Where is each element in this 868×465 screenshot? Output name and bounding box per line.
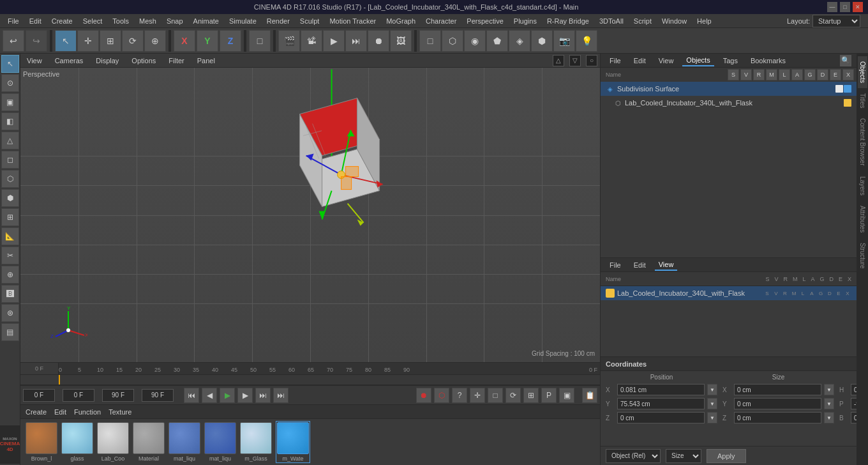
material-item-labcoo[interactable]: Lab_Coo bbox=[97, 422, 129, 462]
autokey-btn[interactable]: ? bbox=[452, 388, 467, 403]
left-btn-measure[interactable]: 📐 bbox=[1, 227, 19, 245]
prop-arrow-sizey[interactable]: ▼ bbox=[824, 398, 834, 409]
viewport-menu-panel[interactable]: Panel bbox=[193, 56, 219, 66]
prop-arrow-posz[interactable]: ▼ bbox=[707, 412, 717, 423]
transform-tool[interactable]: ⊕ bbox=[144, 30, 166, 52]
left-btn-object2[interactable]: ⬡ bbox=[1, 170, 19, 188]
left-btn-point[interactable]: ◻ bbox=[1, 151, 19, 169]
start-frame-input[interactable] bbox=[63, 389, 94, 402]
param-key-btn[interactable]: P bbox=[541, 388, 557, 403]
camera-tool[interactable]: 📷 bbox=[553, 30, 575, 52]
current-frame-input[interactable] bbox=[23, 389, 55, 402]
picture-viewer[interactable]: 🖼 bbox=[390, 30, 412, 52]
menu-help[interactable]: Help bbox=[692, 14, 717, 28]
viewport[interactable]: Perspective bbox=[20, 68, 600, 362]
right-tab-titles[interactable]: Titles bbox=[858, 88, 867, 114]
size-select[interactable]: Size Scale bbox=[666, 449, 701, 463]
menu-tools[interactable]: Tools bbox=[107, 14, 134, 28]
viewport-corner-btn-3[interactable]: ○ bbox=[586, 55, 597, 66]
prop-input-posy[interactable] bbox=[617, 398, 705, 409]
material-menu-function[interactable]: Function bbox=[74, 408, 101, 416]
keyframe-btn[interactable]: ⬡ bbox=[434, 388, 449, 403]
material-item-matliq2[interactable]: mat_liqu bbox=[204, 422, 236, 462]
character-tool[interactable]: ◈ bbox=[509, 30, 530, 52]
left-btn-knife[interactable]: ✂ bbox=[1, 247, 19, 264]
material-item-mglass[interactable]: m_Glass bbox=[240, 422, 272, 462]
rotate-tool[interactable]: ⟳ bbox=[122, 30, 144, 52]
add-render[interactable]: ⏭ bbox=[345, 30, 367, 52]
material-menu-edit[interactable]: Edit bbox=[54, 408, 66, 416]
render-region[interactable]: 🎬 bbox=[278, 30, 300, 52]
objects-tab-objects[interactable]: Objects bbox=[682, 55, 714, 66]
render-view[interactable]: ▶ bbox=[323, 30, 345, 52]
right-tab-structure[interactable]: Structure bbox=[858, 238, 867, 274]
viewport-menu-display[interactable]: Display bbox=[92, 56, 123, 66]
left-btn-weld[interactable]: ⊛ bbox=[1, 304, 19, 322]
left-btn-layer[interactable]: ▤ bbox=[1, 323, 19, 341]
viewport-menu-filter[interactable]: Filter bbox=[165, 56, 188, 66]
deformer-tool[interactable]: ⬟ bbox=[486, 30, 508, 52]
attr-tab-file[interactable]: File bbox=[606, 260, 625, 270]
preview-end-input[interactable] bbox=[142, 389, 174, 402]
menu-file[interactable]: File bbox=[3, 14, 24, 28]
obj-item-subdivision[interactable]: ◈ Subdivision Surface bbox=[601, 82, 857, 96]
menu-render[interactable]: Render bbox=[262, 14, 295, 28]
search-icon[interactable]: 🔍 bbox=[840, 55, 851, 66]
material-menu-create[interactable]: Create bbox=[26, 408, 47, 416]
prop-input-posz[interactable] bbox=[617, 412, 705, 423]
viewport-corner-btn-2[interactable]: ▽ bbox=[569, 55, 581, 66]
left-btn-paint[interactable]: ▣ bbox=[1, 93, 19, 111]
nurbs-tool[interactable]: ⬡ bbox=[442, 30, 463, 52]
viewport-menu-options[interactable]: Options bbox=[128, 56, 160, 66]
render-frame[interactable]: 📽 bbox=[301, 30, 322, 52]
maximize-button[interactable]: □ bbox=[840, 2, 850, 12]
prop-arrow-sizex[interactable]: ▼ bbox=[824, 384, 834, 395]
apply-button[interactable]: Apply bbox=[707, 449, 746, 463]
left-btn-bevel[interactable]: 🅱 bbox=[1, 285, 19, 303]
prop-input-sizez[interactable] bbox=[734, 412, 821, 423]
light-tool[interactable]: 💡 bbox=[576, 30, 597, 52]
go-start-btn[interactable]: ⏮ bbox=[184, 388, 199, 403]
attr-tab-view[interactable]: View bbox=[655, 259, 678, 271]
menu-window[interactable]: Window bbox=[657, 14, 692, 28]
viewport-menu-view[interactable]: View bbox=[23, 56, 46, 66]
prop-input-sizex[interactable] bbox=[734, 384, 821, 395]
layout-select[interactable]: Startup Standard Animate Sculpt bbox=[812, 15, 860, 27]
menu-script[interactable]: Script bbox=[629, 14, 657, 28]
scale-key-btn[interactable]: ⊞ bbox=[523, 388, 539, 403]
scene-tool[interactable]: ⬢ bbox=[531, 30, 553, 52]
redo-button[interactable]: ↪ bbox=[26, 30, 47, 52]
objects-tab-bookmarks[interactable]: Bookmarks bbox=[747, 56, 789, 66]
material-menu-texture[interactable]: Texture bbox=[108, 408, 131, 416]
objects-tab-view[interactable]: View bbox=[655, 56, 678, 66]
axis-x-btn[interactable]: X bbox=[174, 30, 195, 52]
object-mode[interactable]: □ bbox=[249, 30, 271, 52]
menu-motion-tracker[interactable]: Motion Tracker bbox=[324, 14, 381, 28]
prop-arrow-posx[interactable]: ▼ bbox=[707, 384, 717, 395]
timeline-btn[interactable]: 📋 bbox=[582, 388, 597, 403]
menu-simulate[interactable]: Simulate bbox=[224, 14, 262, 28]
prop-arrow-sizez[interactable]: ▼ bbox=[824, 412, 834, 423]
right-tab-objects[interactable]: Objects bbox=[858, 56, 867, 88]
pla-key-btn[interactable]: ▣ bbox=[559, 388, 574, 403]
menu-character[interactable]: Character bbox=[421, 14, 461, 28]
objects-tab-tags[interactable]: Tags bbox=[719, 56, 742, 66]
left-btn-snap[interactable]: ⊞ bbox=[1, 208, 19, 226]
go-end-btn[interactable]: ⏭ bbox=[255, 388, 271, 403]
material-item-mwate[interactable]: m_Wate bbox=[276, 421, 310, 463]
timeline-track[interactable] bbox=[20, 375, 600, 385]
viewport-menu-cameras[interactable]: Cameras bbox=[51, 56, 87, 66]
prop-input-posx[interactable] bbox=[617, 384, 705, 395]
objects-tab-edit[interactable]: Edit bbox=[630, 56, 650, 66]
menu-select[interactable]: Select bbox=[78, 14, 108, 28]
material-item-brown[interactable]: Brown_l bbox=[26, 422, 57, 462]
left-btn-scene[interactable]: ⬢ bbox=[1, 189, 19, 207]
material-item-material[interactable]: Material bbox=[133, 422, 165, 462]
spline-tool[interactable]: ◉ bbox=[464, 30, 486, 52]
menu-edit[interactable]: Edit bbox=[24, 14, 47, 28]
left-btn-polygon[interactable]: ◧ bbox=[1, 112, 19, 130]
attr-tab-edit[interactable]: Edit bbox=[630, 260, 650, 270]
left-btn-live[interactable]: ⊙ bbox=[1, 74, 19, 92]
menu-rray[interactable]: R-Ray Bridge bbox=[542, 14, 594, 28]
prop-arrow-posy[interactable]: ▼ bbox=[707, 398, 717, 409]
